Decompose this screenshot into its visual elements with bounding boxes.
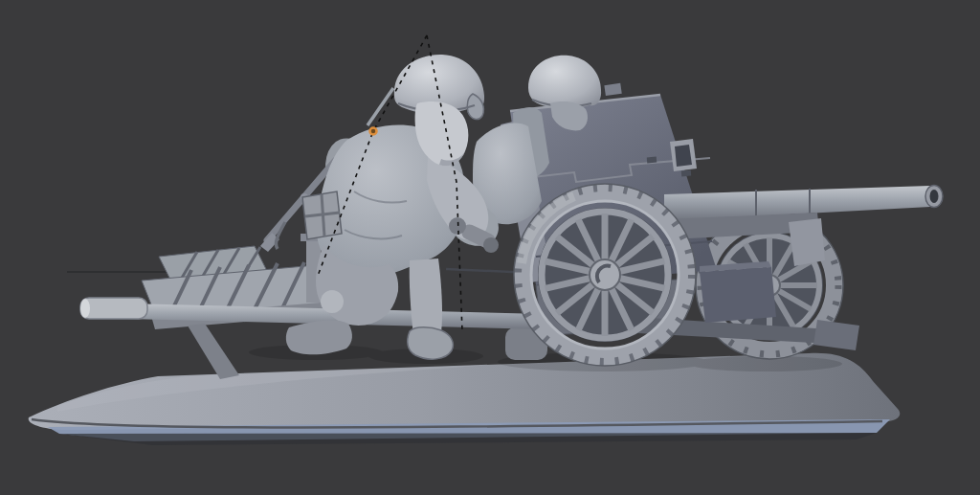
trail-handle bbox=[80, 298, 147, 319]
ammo-pouch bbox=[302, 191, 342, 239]
equipment-box[interactable] bbox=[700, 261, 776, 323]
trail-handle-cap bbox=[80, 299, 90, 318]
wheel-near[interactable] bbox=[514, 184, 696, 366]
soldier-shin bbox=[410, 259, 442, 335]
knee-pad bbox=[321, 290, 344, 313]
wheel-near-hub bbox=[590, 259, 620, 290]
shield-latch bbox=[681, 170, 691, 177]
shield-sight-port bbox=[670, 139, 697, 171]
object-origin-point[interactable] bbox=[370, 128, 377, 135]
muzzle-bore bbox=[930, 190, 939, 203]
viewport-3d[interactable] bbox=[0, 0, 980, 495]
cradle-bracket bbox=[789, 218, 825, 266]
shield-latch bbox=[647, 157, 657, 164]
